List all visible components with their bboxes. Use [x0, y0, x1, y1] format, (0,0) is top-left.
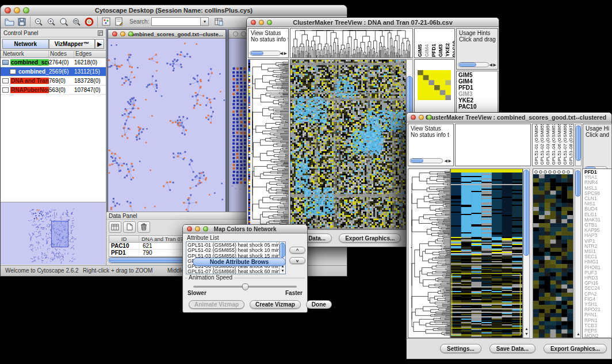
- column-label[interactable]: PFD1: [431, 44, 437, 57]
- minimize-icon[interactable]: [14, 7, 20, 13]
- attribute-table-icon[interactable]: [212, 16, 225, 28]
- column-label[interactable]: GIM4: [424, 44, 430, 57]
- search-input[interactable]: [151, 17, 201, 26]
- row-dendrogram-canvas[interactable]: [408, 169, 450, 338]
- close-icon[interactable]: [233, 32, 238, 37]
- treeview-button[interactable]: Export Graphics...: [544, 344, 607, 353]
- usage-hints-hscrollbar[interactable]: [458, 62, 489, 67]
- gene-label[interactable]: YKE2: [458, 97, 498, 104]
- treeview-button[interactable]: Export Graphics...: [339, 233, 401, 243]
- minimize-icon[interactable]: [259, 20, 264, 25]
- column-label[interactable]: GPL51-03 (GSM856): [545, 124, 550, 165]
- gene-label[interactable]: PFD1: [458, 85, 498, 91]
- zoom-in-icon[interactable]: [45, 16, 58, 28]
- scroll-left-icon[interactable]: ◀: [445, 159, 447, 163]
- snapshot-icon[interactable]: [100, 16, 112, 28]
- gene-label[interactable]: MON2: [584, 334, 611, 338]
- float-panel-icon[interactable]: [98, 28, 103, 38]
- network-window-titlebar[interactable]: combined_scores_good.txt--cluste...: [108, 30, 225, 39]
- search-dropdown-icon[interactable]: ▼: [201, 17, 209, 26]
- heatmap-canvas[interactable]: [290, 60, 406, 229]
- dialog-titlebar[interactable]: Map Colors to Network: [183, 225, 307, 233]
- minimize-icon[interactable]: [419, 115, 424, 120]
- zoom-window-icon[interactable]: [23, 7, 29, 13]
- main-titlebar[interactable]: Cytoscape Desktop (Session Name: collins…: [1, 5, 347, 16]
- scroll-up-icon[interactable]: ▲: [576, 332, 580, 336]
- attribute-item[interactable]: GPL51-07 (GSM868) heat shock 60 min: [188, 269, 284, 274]
- scroll-right-icon[interactable]: ▶: [449, 159, 452, 163]
- save-icon[interactable]: [16, 16, 28, 28]
- slider-thumb[interactable]: [242, 283, 248, 290]
- control-panel-tab[interactable]: Network: [2, 39, 49, 49]
- heatmap-canvas[interactable]: [451, 169, 522, 338]
- control-panel-tab[interactable]: ▶: [95, 39, 104, 49]
- move-up-button[interactable]: ^: [289, 247, 305, 254]
- column-labels-vscrollbar[interactable]: [575, 124, 582, 166]
- zoom-window-icon[interactable]: [427, 115, 432, 120]
- close-icon[interactable]: [187, 227, 192, 232]
- column-network[interactable]: Network: [1, 51, 49, 58]
- treeview2-titlebar[interactable]: ClusterMaker TreeView : combined_scores_…: [407, 113, 611, 122]
- gene-label[interactable]: GIM5: [458, 72, 498, 78]
- scroll-down-icon[interactable]: ▼: [281, 269, 285, 273]
- gene-label[interactable]: GIM4: [458, 78, 498, 85]
- correlation-matrix-canvas[interactable]: [418, 70, 451, 100]
- zoom-window-icon[interactable]: [203, 227, 208, 232]
- view-status-hscrollbar[interactable]: [410, 158, 443, 163]
- dialog-button[interactable]: Create Vizmap: [250, 300, 301, 309]
- column-label[interactable]: GPL51-02 (GSM855): [540, 124, 545, 165]
- heatmap-panel[interactable]: [290, 59, 406, 229]
- gene-list-vscrollbar[interactable]: ▲: [575, 168, 581, 338]
- column-label[interactable]: PAC10: [452, 41, 455, 57]
- dialog-button[interactable]: Animate Vizmap: [189, 300, 244, 309]
- zoom-heatmap-canvas[interactable]: [533, 174, 573, 338]
- zoom-window-icon[interactable]: [128, 32, 133, 37]
- column-dendrogram-panel[interactable]: [290, 28, 413, 58]
- scroll-left-icon[interactable]: ◀: [280, 51, 283, 55]
- table-icon[interactable]: [109, 221, 121, 233]
- zoom-out-icon[interactable]: [32, 16, 45, 28]
- zoom-window-icon[interactable]: [267, 20, 272, 25]
- column-label[interactable]: YKE2: [445, 43, 450, 57]
- minimize-icon[interactable]: [195, 227, 200, 232]
- zoom-view-panel[interactable]: [533, 168, 573, 338]
- network-row[interactable]: combined_scores_ 2764(0) 16218(0): [1, 58, 106, 67]
- scroll-left-icon[interactable]: ◀: [489, 63, 492, 67]
- network-row[interactable]: DNA and Tran 07 769(0) 183728(0): [1, 76, 106, 86]
- move-down-button[interactable]: v: [289, 257, 305, 264]
- column-nodes[interactable]: Nodes: [49, 51, 74, 58]
- column-label[interactable]: GIM3: [438, 44, 443, 57]
- dialog-button[interactable]: Done: [306, 300, 332, 309]
- network-row[interactable]: RNAPuberNov2+ 563(0) 107847(0): [1, 86, 106, 95]
- scroll-right-icon[interactable]: ▶: [494, 63, 496, 67]
- heatmap-panel[interactable]: [450, 168, 523, 338]
- new-document-icon[interactable]: [123, 221, 136, 233]
- column-dendrogram-panel[interactable]: [455, 124, 531, 166]
- minimize-icon[interactable]: [120, 32, 125, 37]
- zoom-selected-icon[interactable]: [70, 16, 83, 28]
- column-label[interactable]: GPL51-07 (GSM868): [563, 124, 568, 165]
- column-label[interactable]: GPL51-01 (GSM854): [534, 124, 539, 165]
- row-dendrogram-panel[interactable]: [248, 59, 289, 229]
- column-label[interactable]: GIM5: [417, 44, 423, 57]
- control-panel-tab[interactable]: VizMapper™: [49, 39, 95, 49]
- scroll-right-icon[interactable]: ▶: [284, 51, 287, 55]
- network-row[interactable]: combined_sco 2569(6) 13112(15): [1, 67, 106, 76]
- open-folder-icon[interactable]: [3, 16, 16, 28]
- close-icon[interactable]: [5, 7, 11, 13]
- scroll-up-icon[interactable]: ▲: [525, 327, 529, 331]
- column-edges[interactable]: Edges: [74, 51, 106, 58]
- help-lifesaver-icon[interactable]: [83, 16, 95, 28]
- scroll-down-icon[interactable]: ▼: [525, 332, 529, 336]
- minimize-icon[interactable]: [241, 32, 246, 37]
- network-overview-panel[interactable]: [1, 202, 106, 265]
- column-dendrogram-canvas[interactable]: [290, 29, 412, 58]
- annotation-icon[interactable]: [112, 16, 125, 28]
- close-icon[interactable]: [411, 115, 416, 120]
- column-label[interactable]: GPL51-06 (GSM865): [557, 124, 562, 165]
- id-column-header[interactable]: ID: [109, 236, 139, 242]
- gene-label[interactable]: GIM3: [458, 91, 498, 97]
- close-icon[interactable]: [251, 20, 256, 25]
- gene-label[interactable]: PAC10: [458, 104, 498, 110]
- window-controls[interactable]: [5, 7, 29, 13]
